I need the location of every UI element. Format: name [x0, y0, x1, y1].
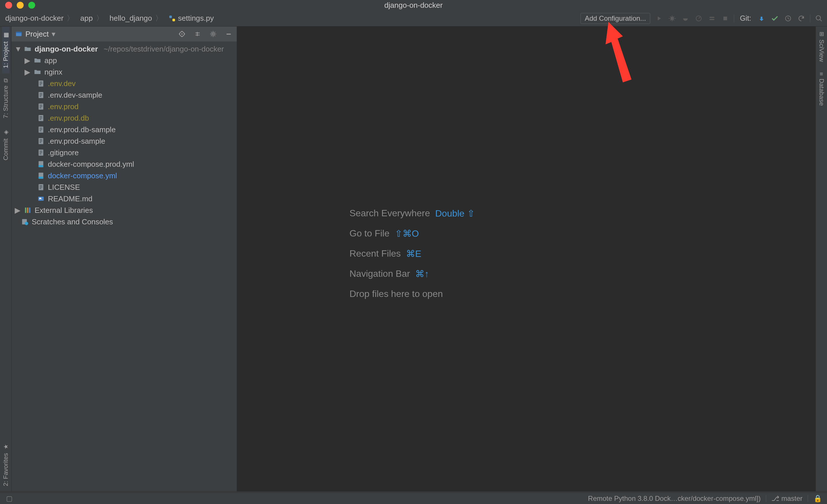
tree-file[interactable]: .env.prod.db — [11, 112, 237, 124]
git-commit-icon[interactable] — [770, 14, 779, 23]
tree-folder[interactable]: ▶ app — [11, 55, 237, 66]
debug-icon[interactable] — [668, 14, 677, 23]
chevron-right-icon[interactable]: ▶ — [14, 205, 21, 216]
run-coverage-icon[interactable] — [681, 14, 690, 23]
breadcrumb-item[interactable]: django-on-docker — [5, 14, 63, 23]
status-interpreter[interactable]: Remote Python 3.8.0 Dock…cker/docker-com… — [588, 495, 761, 503]
svg-rect-17 — [40, 83, 42, 84]
svg-rect-14 — [227, 34, 231, 35]
tree-file[interactable]: README.md — [11, 193, 237, 205]
lock-icon[interactable]: 🔒 — [813, 494, 822, 503]
history-icon[interactable] — [783, 14, 793, 23]
editor-area[interactable]: Search EverywhereDouble ⇧ Go to File⇧⌘O … — [237, 26, 816, 491]
git-update-icon[interactable] — [757, 14, 766, 23]
text-file-icon — [37, 91, 45, 99]
tree-file[interactable]: .env.dev — [11, 78, 237, 89]
tree-root[interactable]: ▼ django-on-docker ~/repos/testdriven/dj… — [11, 43, 237, 55]
svg-rect-54 — [29, 208, 31, 213]
breadcrumb-item[interactable]: app — [80, 14, 93, 23]
tool-tab-project[interactable]: 1: Project▦ — [2, 26, 9, 73]
tree-file[interactable]: LICENSE — [11, 181, 237, 193]
tree-item-label: .gitignore — [48, 147, 79, 158]
svg-rect-52 — [25, 208, 27, 213]
stop-icon[interactable] — [721, 14, 730, 23]
project-tool-header: Project ▾ — [11, 26, 237, 42]
chevron-right-icon[interactable]: ▶ — [24, 66, 31, 78]
tree-item-label: README.md — [48, 193, 93, 205]
library-icon — [23, 206, 32, 214]
tool-tab-commit[interactable]: Commit◈ — [2, 123, 9, 166]
star-icon: ★ — [2, 443, 9, 450]
tree-file[interactable]: .env.prod-sample — [11, 135, 237, 147]
breadcrumb-item[interactable]: hello_django — [109, 14, 152, 23]
project-tree[interactable]: ▼ django-on-docker ~/repos/testdriven/dj… — [11, 42, 237, 229]
structure-icon: ⧉ — [4, 77, 8, 84]
run-anything-icon[interactable] — [707, 14, 717, 23]
tool-tab-database[interactable]: ≡Database — [818, 67, 825, 111]
separator — [766, 495, 766, 502]
tree-item-label: .env.prod.db — [48, 112, 89, 124]
maximize-window-button[interactable] — [28, 2, 35, 9]
tool-windows-icon[interactable]: ▢ — [5, 494, 14, 503]
tree-external-libraries[interactable]: ▶ External Libraries — [11, 205, 237, 216]
project-icon — [15, 30, 22, 38]
tree-file[interactable]: .env.prod — [11, 101, 237, 112]
welcome-label: Navigation Bar — [349, 268, 410, 279]
tool-tab-sciview[interactable]: ⊞SciView — [818, 26, 825, 67]
tool-tab-favorites[interactable]: 2: Favorites★ — [2, 438, 9, 491]
tree-item-label: nginx — [44, 66, 62, 78]
search-icon[interactable] — [814, 14, 824, 23]
branch-icon: ⎇ — [771, 495, 781, 502]
text-file-icon — [37, 183, 45, 191]
sciview-icon: ⊞ — [819, 31, 824, 38]
svg-rect-29 — [40, 118, 42, 118]
gear-icon[interactable] — [208, 30, 218, 39]
profile-icon[interactable] — [694, 14, 703, 23]
tree-folder[interactable]: ▶ nginx — [11, 66, 237, 78]
locate-icon[interactable] — [177, 30, 187, 39]
separator — [734, 14, 734, 22]
chevron-right-icon: 〉 — [66, 13, 75, 23]
database-icon: ≡ — [820, 70, 823, 77]
tree-file[interactable]: .gitignore — [11, 147, 237, 158]
tree-file[interactable]: .env.dev-sample — [11, 89, 237, 101]
chevron-down-icon[interactable]: ▼ — [14, 43, 21, 55]
tree-file[interactable]: .env.prod.db-sample — [11, 124, 237, 135]
commit-icon: ◈ — [2, 129, 9, 136]
tool-tab-structure[interactable]: 7: Structure⧉ — [2, 73, 9, 123]
tool-header-actions — [177, 30, 233, 39]
hide-icon[interactable] — [224, 30, 233, 39]
tree-file[interactable]: docker-compose.prod.yml — [11, 158, 237, 170]
svg-rect-44 — [39, 165, 43, 167]
welcome-panel: Search EverywhereDouble ⇧ Go to File⇧⌘O … — [349, 208, 475, 299]
svg-rect-25 — [40, 106, 42, 107]
project-view-selector[interactable]: Project ▾ — [15, 30, 55, 39]
run-icon[interactable] — [654, 14, 664, 23]
breadcrumb-item[interactable]: settings.py — [178, 14, 214, 23]
svg-rect-46 — [39, 177, 43, 179]
toolbar-right: Add Configuration... Git: — [580, 13, 824, 24]
folder-icon — [34, 68, 42, 76]
svg-rect-40 — [40, 151, 42, 152]
status-branch[interactable]: ⎇ master — [771, 495, 802, 503]
tree-file[interactable]: docker-compose.yml — [11, 170, 237, 181]
svg-rect-16 — [40, 82, 42, 82]
close-window-button[interactable] — [5, 2, 12, 9]
svg-rect-36 — [40, 139, 42, 140]
tree-scratches[interactable]: Scratches and Consoles — [11, 216, 237, 227]
svg-rect-20 — [40, 93, 42, 94]
welcome-shortcut: ⌘E — [406, 248, 421, 259]
chevron-right-icon[interactable]: ▶ — [24, 55, 31, 66]
text-file-icon — [37, 114, 45, 122]
tree-item-label: app — [44, 55, 57, 66]
navigation-bar: django-on-docker〉 app〉 hello_django〉 set… — [0, 10, 827, 26]
add-configuration-button[interactable]: Add Configuration... — [580, 13, 650, 24]
rollback-icon[interactable] — [797, 14, 806, 23]
svg-rect-34 — [40, 131, 41, 131]
folder-icon — [23, 45, 32, 53]
svg-rect-42 — [40, 154, 41, 154]
breadcrumb[interactable]: django-on-docker〉 app〉 hello_django〉 set… — [3, 13, 216, 23]
expand-all-icon[interactable] — [193, 30, 202, 39]
project-view-label: Project — [26, 30, 49, 39]
minimize-window-button[interactable] — [17, 2, 23, 9]
